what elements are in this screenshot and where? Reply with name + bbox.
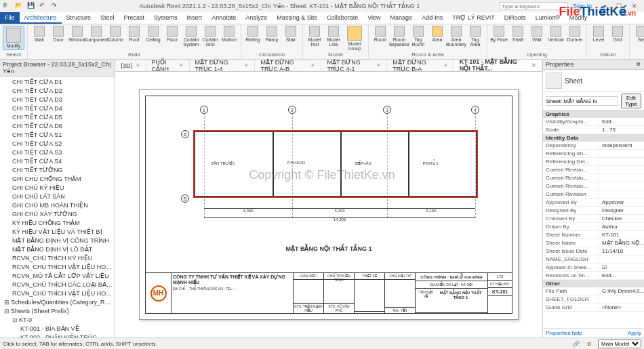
ribbon-tab-file[interactable]: File [0,12,20,24]
ribbon-tab-collaborate[interactable]: Collaborate [322,12,363,24]
view-tab[interactable]: KT-101 - MẶT BẰNG NỘI THẤT...✕ [454,60,542,71]
type-selector[interactable]: Sheet [543,70,644,92]
close-tab-icon[interactable]: ✕ [531,62,536,68]
canvas[interactable]: 1 2 3 4 A B SÂN TRƯỚC [115,72,542,337]
quick-access-toolbar[interactable]: ® 📂 💾 ↶ ↷ [3,2,60,10]
tree-item[interactable]: CHI TIẾT CỬA S3 [1,148,113,157]
ribbon-tab-architecture[interactable]: Architecture [20,12,62,24]
prop-row[interactable]: Current Revision [543,190,644,199]
tree-item[interactable]: CHI TIẾT CỬA D3 [1,96,113,104]
view-tab[interactable]: MẶT ĐỨNG TRỤC B-A✕ [387,60,454,71]
ribbon-tab-insert[interactable]: Insert [182,12,207,24]
tree-item[interactable]: RCVN_CHÚ THÍCH VẬT LIỆU HOÀN THIỆN 2 [1,289,113,298]
prop-row[interactable]: Sheet NameMẶT BẰNG NỘ... [543,239,644,247]
workset-select[interactable]: Main Model [598,340,641,348]
tool-door[interactable]: Door [49,26,67,42]
view-tab[interactable]: MẶT ĐỨNG TRỤC 4-1✕ [321,60,387,71]
tool-set[interactable]: Set [632,26,644,42]
prop-row[interactable]: Revisions on Sh...Edit... [543,272,644,280]
tool-wall[interactable]: Wall [31,26,48,42]
tree-item[interactable]: CHI TIẾT CỬA D4 [1,104,113,113]
tool-grid[interactable]: Grid [609,26,626,42]
view-tab[interactable]: MẶT ĐỨNG TRỤC A-B✕ [255,60,321,71]
save-icon[interactable]: 💾 [27,2,35,10]
close-tab-icon[interactable]: ✕ [443,62,448,68]
prop-row[interactable]: NAME_ENGLISH [543,255,644,264]
tool-ceiling[interactable]: Ceiling [144,26,162,42]
view-tab[interactable]: MẶT ĐỨNG TRỤC 1-4✕ [190,60,256,71]
close-tab-icon[interactable]: ✕ [310,62,315,68]
tree-item[interactable]: CHI TIẾT CỬA D6 [1,122,113,131]
prop-row[interactable]: Current Revisio... [543,166,644,174]
properties-grid[interactable]: GraphicsVisibility/Graphi...Edit...Scale… [543,110,644,328]
tree-item[interactable]: KÝ HIỆU VẬT LIỆU VÀ THIẾT BỊ [1,228,113,237]
sheet[interactable]: 1 2 3 4 A B SÂN TRƯỚC [139,89,519,320]
ribbon-tab-view[interactable]: View [363,12,385,24]
prop-row[interactable]: File PathG:\My Drive\4.0... [543,287,644,295]
tool-stair[interactable]: Stair [282,26,300,42]
prop-row[interactable]: Checked ByChecker [543,215,644,223]
prop-category[interactable]: Graphics [543,110,644,118]
tree-item[interactable]: MẶT BẰNG ĐỊNH VỊ LÔ ĐẤT [1,245,113,254]
tool-tag-area[interactable]: Tag Area [466,26,484,47]
ribbon-tab-annotate[interactable]: Annotate [207,12,241,24]
tree-item[interactable]: GHI CHÚ CHỐNG THẤM [1,175,113,184]
tree-item[interactable]: CHI TIẾT CỬA D1 [1,78,113,87]
tree-item[interactable]: KT-001 - BÌA BẢN VẼ [1,325,113,333]
tool-column[interactable]: Column [106,26,124,42]
ribbon-tab-steel[interactable]: Steel [96,12,119,24]
prop-category[interactable]: Other [543,280,644,287]
link-icon[interactable]: 🔗 [573,341,580,347]
ribbon-tab-add-ins[interactable]: Add-Ins [417,12,447,24]
edit-type-button[interactable]: Edit Type [621,94,641,108]
view-tab[interactable]: PHỐI CẢNH✕ [146,60,190,71]
tool-curtain-system[interactable]: Curtain System [182,26,200,47]
open-icon[interactable]: 📂 [15,2,23,10]
prop-category[interactable]: Identity Data [543,134,644,142]
tool-model-line[interactable]: Model Line [325,26,342,47]
ribbon-tab-massing-site[interactable]: Massing & Site [272,12,322,24]
tree-item[interactable]: RCVN_MÔ TẢ CẮT LỚP VẬT LIỆU [1,272,113,281]
tool-room-separator[interactable]: Room Separator [390,26,408,47]
tool-model-text[interactable]: Model Text [306,26,323,47]
tool-by-face[interactable]: By Face [490,26,508,42]
floor-plan-view[interactable]: 1 2 3 4 A B SÂN TRƯỚC [186,110,485,232]
redo-icon[interactable]: ↷ [52,2,60,10]
tool-room[interactable]: Room [371,26,389,42]
project-browser[interactable]: Project Browser - 22.03.28_5x15x2_Chị Yế… [0,60,115,337]
prop-row[interactable]: Sheet NumberKT-101 [543,231,644,239]
tool-railing[interactable]: Railing [244,26,262,42]
prop-row[interactable]: Current Revisio... [543,174,644,182]
prop-row[interactable]: Referencing Sh... [543,150,644,158]
tree-item[interactable]: MẶT BẰNG ĐỊNH VỊ CÔNG TRÌNH [1,237,113,245]
tree-item[interactable]: RCVN_CHÚ THÍCH CÁC LOẠI BẢN VẼ [1,281,113,289]
ribbon-tab-diroots[interactable]: DiRoots [500,12,531,24]
tree-item[interactable]: RCVN_CHÚ THÍCH VẬT LIỆU HOÀN THIỆN [1,263,113,272]
tree-item[interactable]: CHI TIẾT CỬA D5 [1,113,113,122]
tree-item[interactable]: ⊟KT-0 [1,316,113,325]
ribbon-tab-manage[interactable]: Manage [386,12,418,24]
prop-row[interactable]: Appears In Shee...☑ [543,264,644,272]
prop-row[interactable]: Visibility/Graphi...Edit... [543,118,644,126]
tool-mullion[interactable]: Mullion [220,26,238,42]
tree-item[interactable]: CHI TIẾT CỬA S1 [1,131,113,140]
apply-button[interactable]: Apply [628,330,641,336]
prop-row[interactable]: Guide Grid<None> [543,304,644,312]
tool-dormer[interactable]: Dormer [566,26,584,42]
tool-area[interactable]: Area [428,26,446,42]
prop-row[interactable]: Designed ByDesigner [543,207,644,215]
tool-model-group[interactable]: Model Group [344,26,365,51]
tool-level[interactable]: Level [590,26,607,42]
prop-row[interactable]: DependencyIndependent [543,142,644,150]
tree-item[interactable]: ⊞Schedules/Quantities (Category_RCVN) [1,298,113,307]
prop-row[interactable]: Scale1 : 75 [543,126,644,134]
tree-item[interactable]: GHI CHÚ LÁT SÀN [1,192,113,201]
ribbon-tab-precast[interactable]: Precast [119,12,150,24]
tree-item[interactable]: RCVN_CHÚ THÍCH KÝ HIỆU [1,254,113,263]
close-tab-icon[interactable]: ✕ [376,62,381,68]
prop-row[interactable]: SHEET_FOLDER [543,295,644,304]
close-icon[interactable]: ✕ [636,61,641,68]
tree-item[interactable]: KT-002 - PHÂN KIẾN TRÚC [1,333,113,337]
browser-tree[interactable]: CHI TIẾT CỬA D1CHI TIẾT CỬA D2CHI TIẾT C… [0,77,115,337]
tree-item[interactable]: CHI TIẾT CỬA D2 [1,87,113,96]
